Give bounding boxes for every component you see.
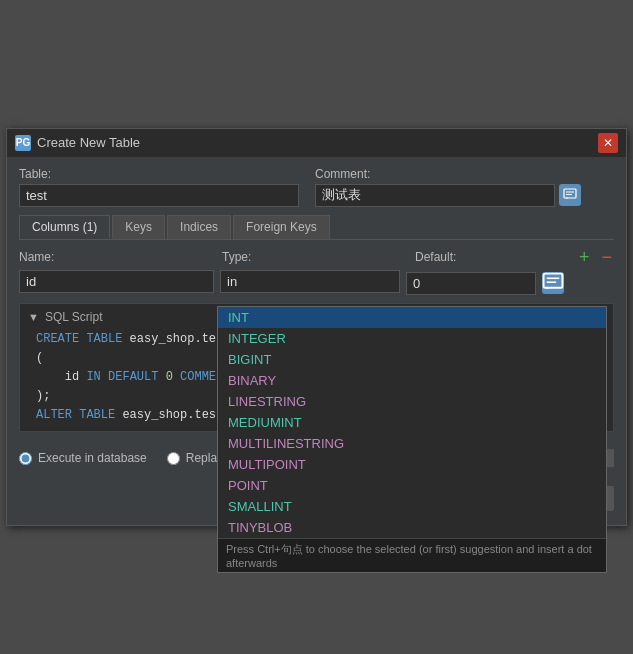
comment-wrapper: [315, 184, 581, 207]
dialog-title: Create New Table: [37, 135, 140, 150]
close-button[interactable]: ✕: [598, 133, 618, 153]
column-name-input[interactable]: [19, 270, 214, 293]
comment-icon[interactable]: [559, 184, 581, 206]
table-field-group: Table:: [19, 167, 299, 207]
execute-in-db-radio[interactable]: [19, 452, 32, 465]
column-default-input[interactable]: [406, 272, 536, 295]
title-bar: PG Create New Table ✕: [7, 129, 626, 157]
add-column-button[interactable]: +: [577, 248, 592, 266]
default-wrapper: [406, 272, 564, 295]
dropdown-item-smallint[interactable]: SMALLINT: [218, 496, 606, 517]
default-label: Default:: [415, 250, 569, 264]
top-row: Table: Comment:: [19, 167, 614, 207]
column-row: [19, 270, 614, 295]
tab-keys[interactable]: Keys: [112, 215, 165, 239]
table-label: Table:: [19, 167, 299, 181]
svg-rect-0: [564, 189, 576, 198]
chat-icon-small: [542, 272, 564, 294]
remove-column-button[interactable]: −: [599, 248, 614, 266]
column-type-input[interactable]: [220, 270, 400, 293]
table-input[interactable]: [19, 184, 299, 207]
dropdown-item-binary[interactable]: BINARY: [218, 370, 606, 391]
sql-section-label: SQL Script: [45, 310, 103, 324]
dropdown-hint: Press Ctrl+句点 to choose the selected (or…: [218, 538, 606, 572]
comment-field-group: Comment:: [315, 167, 581, 207]
dropdown-item-point[interactable]: POINT: [218, 475, 606, 496]
execute-in-db-label: Execute in database: [38, 451, 147, 465]
dropdown-item-mediumint[interactable]: MEDIUMINT: [218, 412, 606, 433]
default-icon[interactable]: [542, 272, 564, 294]
columns-header: Name: Type: Default: + −: [19, 248, 614, 266]
app-icon: PG: [15, 135, 31, 151]
dropdown-item-int[interactable]: INT: [218, 307, 606, 328]
dropdown-item-multipoint[interactable]: MULTIPOINT: [218, 454, 606, 475]
title-bar-left: PG Create New Table: [15, 135, 140, 151]
dropdown-item-multilinestring[interactable]: MULTILINESTRING: [218, 433, 606, 454]
comment-input[interactable]: [315, 184, 555, 207]
columns-area: Name: Type: Default: + −: [19, 248, 614, 295]
chat-icon: [563, 188, 577, 202]
name-label: Name:: [19, 250, 214, 264]
dialog-body: Table: Comment:: [7, 157, 626, 526]
tab-foreignkeys[interactable]: Foreign Keys: [233, 215, 330, 239]
type-dropdown: INT INTEGER BIGINT BINARY LINESTRING MED…: [217, 306, 607, 573]
tabs-bar: Columns (1) Keys Indices Foreign Keys: [19, 215, 614, 240]
svg-rect-3: [544, 274, 563, 288]
comment-label: Comment:: [315, 167, 581, 181]
dropdown-item-tinyblob[interactable]: TINYBLOB: [218, 517, 606, 538]
tab-columns[interactable]: Columns (1): [19, 215, 110, 239]
tab-indices[interactable]: Indices: [167, 215, 231, 239]
dropdown-item-integer[interactable]: INTEGER: [218, 328, 606, 349]
create-table-dialog: PG Create New Table ✕ Table: Comment:: [6, 128, 627, 527]
collapse-arrow: ▼: [28, 311, 39, 323]
replace-ddl-radio[interactable]: [167, 452, 180, 465]
type-label: Type:: [222, 250, 407, 264]
dropdown-item-linestring[interactable]: LINESTRING: [218, 391, 606, 412]
execute-in-db-option[interactable]: Execute in database: [19, 451, 147, 465]
dropdown-item-bigint[interactable]: BIGINT: [218, 349, 606, 370]
